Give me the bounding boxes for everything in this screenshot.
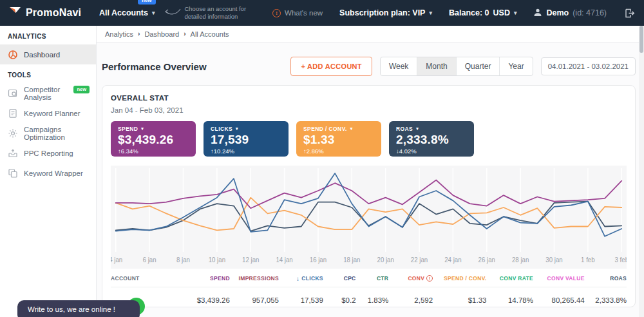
- sidebar-item-label: Keyword Wrapper: [24, 169, 83, 177]
- breadcrumb-item-all-accounts[interactable]: All Accounts: [191, 30, 229, 38]
- date-range-picker[interactable]: 04.01.2021 - 03.02.2021: [541, 57, 636, 75]
- breadcrumb-separator: ›: [138, 30, 140, 37]
- sidebar-item-keyword-wrapper[interactable]: Keyword Wrapper: [0, 163, 96, 183]
- tab-quarter[interactable]: Quarter: [457, 57, 500, 75]
- account-selector[interactable]: All Accounts ▾: [99, 8, 155, 17]
- stat-metric-selector[interactable]: SPEND▾: [118, 126, 189, 132]
- table-header-row: ACCOUNTSPENDIMPRESSIONS↓CLICKSCPCCTRCONV…: [111, 270, 627, 287]
- column-label: IMPRESSIONS: [239, 275, 279, 282]
- cell-cpc: $0.2: [323, 296, 356, 304]
- exclamation-circle-icon: !: [272, 9, 281, 17]
- account-hint-text: Choose an account for detailed informati…: [184, 5, 246, 21]
- column-label: CLICKS: [301, 275, 323, 282]
- balance-dropdown[interactable]: Balance: 0 USD ▾: [449, 8, 516, 17]
- sidebar-item-label: Dashboard: [24, 51, 60, 59]
- overall-stat-daterange: Jan 04 - Feb 03, 2021: [111, 106, 627, 114]
- logout-button[interactable]: [625, 8, 635, 18]
- new-badge: new: [73, 86, 90, 93]
- breadcrumb-item-dashboard[interactable]: Dashboard: [144, 30, 179, 38]
- stat-card-clicks[interactable]: CLICKS▾17,539↑10.24%: [204, 121, 289, 157]
- user-id: (id: 4716): [573, 8, 607, 17]
- info-icon[interactable]: !: [426, 275, 433, 282]
- whats-new-label: What's new: [285, 9, 323, 17]
- column-header-cpc[interactable]: CPC: [323, 275, 356, 282]
- sidebar-item-ppc-reporting[interactable]: PPC Reporting: [0, 143, 96, 163]
- chevron-down-icon: ▾: [236, 126, 238, 131]
- sidebar-section-title: ANALYTICS: [0, 26, 96, 44]
- column-label: CTR: [377, 275, 388, 282]
- table-row[interactable]: $3,439.26957,05517,539$0.21.83%2,592$1.3…: [111, 287, 627, 313]
- breadcrumb-item-analytics[interactable]: Analytics: [105, 30, 133, 38]
- svg-text:26 jan: 26 jan: [478, 256, 495, 264]
- currency-label: USD: [493, 8, 510, 17]
- chevron-down-icon: ▾: [350, 126, 353, 131]
- tab-week[interactable]: Week: [381, 57, 417, 75]
- column-header-roas[interactable]: ROAS: [585, 275, 627, 282]
- tab-year[interactable]: Year: [500, 57, 532, 75]
- sort-desc-icon[interactable]: ↓: [296, 275, 299, 282]
- keyword-planner-icon: [8, 108, 18, 119]
- balance-label: Balance: 0: [449, 8, 489, 17]
- chevron-down-icon: ▾: [514, 10, 517, 16]
- account-hint: Choose an account for detailed informati…: [164, 5, 246, 21]
- stat-metric-selector[interactable]: ROAS▾: [396, 126, 467, 132]
- chat-widget[interactable]: Write to us, we are online !: [17, 300, 140, 317]
- cell-conv: 2,592: [388, 296, 433, 304]
- add-account-button[interactable]: + ADD ACCOUNT: [290, 57, 372, 76]
- column-header-clicks[interactable]: ↓CLICKS: [279, 275, 323, 282]
- stat-card-roas[interactable]: ROAS▾2,333.8%↓4.02%: [389, 121, 474, 157]
- column-header-impressions[interactable]: IMPRESSIONS: [230, 275, 279, 282]
- svg-text:12 jan: 12 jan: [242, 256, 259, 264]
- stat-value: 17,539: [211, 133, 281, 147]
- doodle-arrow-icon: [164, 6, 182, 19]
- sidebar-item-campaigns-optimization[interactable]: Campaigns Optimization: [0, 123, 96, 143]
- column-header-account[interactable]: ACCOUNT: [111, 275, 183, 282]
- column-label: ACCOUNT: [111, 275, 140, 282]
- sidebar: ANALYTICSDashboardTOOLSCompetitor Analys…: [0, 26, 97, 317]
- vertical-scrollbar[interactable]: [639, 26, 644, 317]
- subscription-plan-dropdown[interactable]: Subscription plan: VIP ▾: [339, 8, 432, 17]
- column-header-conv-value[interactable]: CONV VALUE: [533, 275, 585, 282]
- chevron-down-icon: ▾: [429, 10, 432, 16]
- user-icon: [533, 8, 542, 19]
- stat-card-spend-conv[interactable]: SPEND / CONV.▾$1.33↑2.86%: [296, 121, 381, 157]
- column-header-conv[interactable]: CONV!: [388, 275, 433, 282]
- sidebar-item-keyword-planner[interactable]: Keyword Planner: [0, 103, 96, 123]
- scrollbar-thumb[interactable]: [639, 26, 643, 53]
- tab-month[interactable]: Month: [417, 57, 456, 75]
- sidebar-item-dashboard[interactable]: Dashboard: [0, 44, 96, 64]
- subscription-plan-label: Subscription plan: VIP: [339, 8, 425, 17]
- accounts-table: ACCOUNTSPENDIMPRESSIONS↓CLICKSCPCCTRCONV…: [111, 270, 627, 313]
- column-header-conv-rate[interactable]: CONV RATE: [487, 275, 533, 282]
- sidebar-section-title: TOOLS: [0, 64, 96, 83]
- brand-logo[interactable]: PromoNavi: [9, 6, 94, 20]
- performance-chart: 4 jan6 jan8 jan10 jan12 jan14 jan16 jan1…: [111, 166, 627, 269]
- column-label: CONV: [408, 275, 424, 282]
- user-menu[interactable]: Demo (id: 4716): [533, 8, 607, 19]
- stat-delta: ↑2.86%: [303, 148, 374, 155]
- whats-new-button[interactable]: ! What's new: [272, 9, 323, 17]
- svg-text:28 jan: 28 jan: [512, 256, 529, 264]
- column-header-spend[interactable]: SPEND: [183, 275, 229, 282]
- column-header-ctr[interactable]: CTR: [356, 275, 389, 282]
- stat-value: $1.33: [303, 133, 374, 147]
- svg-text:18 jan: 18 jan: [343, 256, 360, 264]
- sidebar-item-competitor-analysis[interactable]: Competitor Analysisnew: [0, 83, 96, 103]
- new-badge: new: [138, 0, 156, 5]
- user-name: Demo: [546, 8, 569, 17]
- chat-message[interactable]: Write to us, we are online !: [17, 300, 140, 317]
- stat-label: SPEND: [118, 126, 138, 132]
- period-tabs: WeekMonthQuarterYear: [380, 57, 533, 76]
- stat-card-spend[interactable]: SPEND▾$3,439.26↑6.34%: [111, 121, 196, 157]
- sidebar-item-label: PPC Reporting: [24, 149, 73, 157]
- svg-text:16 jan: 16 jan: [310, 256, 327, 264]
- stat-metric-selector[interactable]: CLICKS▾: [211, 126, 281, 132]
- main-area: Analytics›Dashboard›All Accounts Perform…: [97, 26, 644, 317]
- promonavi-logo-icon: [9, 6, 21, 20]
- competitor-analysis-icon: [8, 88, 18, 99]
- column-header-spend-conv[interactable]: SPEND / CONV.: [433, 275, 486, 282]
- sidebar-item-label: Campaigns Optimization: [24, 126, 90, 141]
- column-label: SPEND / CONV.: [444, 275, 486, 282]
- cell-impressions: 957,055: [230, 296, 279, 304]
- stat-metric-selector[interactable]: SPEND / CONV.▾: [303, 126, 374, 132]
